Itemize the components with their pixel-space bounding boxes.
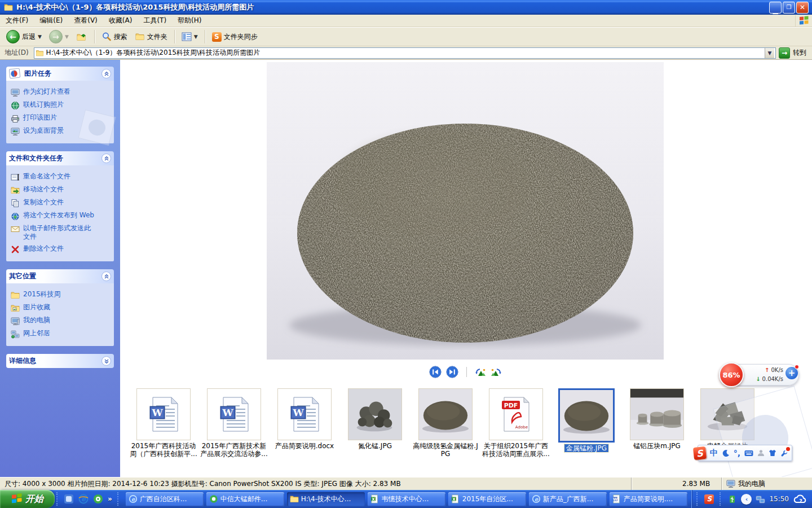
menu-file[interactable]: 文件(F) — [0, 14, 34, 27]
ime-toolbar[interactable]: S 中 °, — [698, 445, 792, 461]
search-icon — [102, 32, 112, 42]
panel-file-tasks: 文件和文件夹任务 重命名这个文件 移动这个文件 复制这个文件 — [6, 151, 114, 261]
taskbar-button-doc2[interactable]: X 2015年自治区... — [448, 492, 526, 506]
taskbar-button-ie2[interactable]: e 新产品_广西新... — [529, 492, 607, 506]
taskbar-button-explorer[interactable]: H:\4-技术中心... — [287, 492, 365, 506]
ime-mode-chinese[interactable]: 中 — [710, 448, 718, 458]
pictures-folder-icon — [11, 304, 20, 313]
up-button[interactable] — [73, 30, 90, 43]
task-copy-file[interactable]: 复制这个文件 — [10, 196, 112, 209]
panel-header-picture-tasks[interactable]: 图片任务 — [6, 67, 114, 81]
place-2015-tech-week[interactable]: 2015科技周 — [10, 288, 112, 301]
svg-text:e: e — [131, 496, 135, 502]
menu-view[interactable]: 查看(V) — [68, 14, 103, 27]
network-tray-icon[interactable] — [756, 494, 765, 504]
file-thumbnail-pdf[interactable]: 关于组织2015年广西科技活动周重点展示... — [481, 388, 551, 458]
word-file-icon — [219, 397, 249, 432]
task-publish-to-web[interactable]: 将这个文件发布到 Web — [10, 209, 112, 222]
photo-thumbnail — [560, 389, 613, 441]
my-computer-icon — [726, 479, 735, 488]
svg-text:e: e — [534, 496, 539, 502]
taskbar-button-word[interactable]: W 产品简要说明.... — [610, 492, 687, 506]
internet-explorer-icon[interactable]: e — [78, 494, 89, 504]
memory-percent-ball[interactable]: 86% — [719, 362, 744, 387]
chevron-down-icon[interactable] — [102, 356, 111, 366]
settings-wrench-icon[interactable] — [780, 449, 788, 457]
minimize-button[interactable]: ▁ — [769, 2, 782, 14]
menu-edit[interactable]: 编辑(E) — [34, 14, 68, 27]
file-thumbnail-image3[interactable]: 锰铝压块m.JPG — [622, 388, 692, 450]
rotate-clockwise-button[interactable] — [491, 367, 502, 377]
taskbar-button-ie1[interactable]: e 广西自治区科... — [126, 492, 204, 506]
panel-header-file-tasks[interactable]: 文件和文件夹任务 — [6, 151, 114, 165]
start-button[interactable]: 开始 — [0, 490, 55, 508]
back-dropdown-icon[interactable]: ▼ — [38, 34, 42, 40]
explorer-window: H:\4-技术中心\（1-9）各项科技活动\2015科技周\科技活动周所需图片 … — [0, 0, 812, 508]
sogou-logo-icon[interactable]: S — [693, 446, 707, 459]
taskbar-button-doc1[interactable]: X 韦憓技术中心... — [368, 492, 445, 506]
menu-favorites[interactable]: 收藏(A) — [103, 14, 138, 27]
search-button[interactable]: 搜索 — [99, 30, 130, 43]
go-button[interactable]: → — [779, 47, 790, 59]
next-image-button[interactable] — [446, 366, 458, 378]
panel-header-details[interactable]: 详细信息 — [6, 354, 114, 368]
back-button[interactable]: ← 后退 ▼ — [3, 29, 45, 45]
close-button[interactable]: ✕ — [796, 2, 809, 14]
task-email-file[interactable]: 以电子邮件形式发送此文件 — [10, 222, 112, 243]
menu-help[interactable]: 帮助(H) — [172, 14, 207, 27]
cloud-tray-icon[interactable]: ? — [793, 494, 807, 504]
rotate-counterclockwise-button[interactable] — [475, 367, 486, 377]
toolbar: ← 后退 ▼ → ▼ 搜索 文件夹 — [0, 28, 812, 46]
file-thumbnail-doc1[interactable]: 2015年广西科技活动周（广西科技创新平... — [129, 388, 198, 458]
chevron-up-icon[interactable] — [102, 69, 111, 78]
user-icon[interactable] — [757, 449, 765, 457]
place-my-computer[interactable]: 我的电脑 — [10, 314, 112, 327]
forward-icon: → — [49, 30, 63, 43]
chevron-up-icon[interactable] — [102, 154, 111, 163]
moon-icon[interactable] — [722, 449, 730, 457]
speed-overlay[interactable]: ↑0K/s ↓0.04K/s + 86% — [719, 362, 799, 387]
task-view-slideshow[interactable]: 作为幻灯片查看 — [10, 86, 112, 99]
restore-button[interactable]: ❐ — [783, 2, 795, 14]
copy-file-icon — [11, 199, 20, 208]
folders-button[interactable]: 文件夹 — [132, 31, 170, 43]
file-thumbnail-doc3[interactable]: 产品简要说明.docx — [270, 388, 339, 450]
folder-sync-button[interactable]: S 文件夹同步 — [209, 31, 261, 43]
file-thumbnail-image2[interactable]: 高纯级脱氢金属锰粉.JPG — [411, 388, 480, 458]
chevron-up-icon[interactable] — [102, 271, 111, 281]
task-buttons: e 广西自治区科... 中信大锰邮件... H:\4-技术中心... X 韦憓技… — [126, 492, 687, 506]
file-thumbnail-selected[interactable]: 金属锰粉.JPG — [551, 388, 621, 452]
place-my-pictures[interactable]: 图片收藏 — [10, 301, 112, 314]
clock[interactable]: 15:50 — [769, 495, 789, 503]
views-button[interactable]: ▼ — [179, 31, 201, 42]
task-move-file[interactable]: 移动这个文件 — [10, 183, 112, 196]
place-network[interactable]: 网上邻居 — [10, 327, 112, 340]
task-order-prints[interactable]: 联机订购照片 — [10, 99, 112, 112]
folder-icon — [3, 3, 14, 12]
quick-launch: e » — [60, 494, 116, 504]
sogou-tray-icon[interactable]: S — [704, 494, 714, 504]
task-rename-file[interactable]: 重命名这个文件 — [10, 170, 112, 183]
hide-icons-chevron[interactable]: ‹ — [741, 494, 752, 505]
ime-punctuation[interactable]: °, — [734, 449, 740, 458]
address-input[interactable]: H:\4-技术中心\（1-9）各项科技活动\2015科技周\科技活动周所需图片 … — [34, 47, 776, 59]
quick-launch-app-icon[interactable] — [64, 494, 74, 504]
quick-launch-overflow-icon[interactable]: » — [108, 495, 112, 503]
panel-header-other-places[interactable]: 其它位置 — [6, 269, 114, 283]
taskbar: 开始 e » e 广西自治区科... 中信大锰邮件... — [0, 490, 812, 508]
file-thumbnail-doc2[interactable]: 2015年广西新技术新产品展示交流活动参... — [199, 388, 269, 458]
previous-image-button[interactable] — [429, 366, 442, 378]
taskbar-button-mail[interactable]: 中信大锰邮件... — [206, 492, 284, 506]
forward-button[interactable]: → ▼ — [46, 29, 72, 45]
keyboard-icon[interactable] — [744, 450, 753, 457]
skin-icon[interactable] — [769, 449, 776, 457]
internet-explorer-icon: e — [532, 494, 541, 503]
network-places-icon — [11, 330, 20, 339]
task-delete-file[interactable]: 删除这个文件 — [10, 243, 112, 256]
usb-tray-icon[interactable] — [727, 494, 737, 504]
menu-tools[interactable]: 工具(T) — [138, 14, 172, 27]
file-thumbnail-image1[interactable]: 氮化锰.JPG — [340, 388, 410, 450]
address-dropdown-icon[interactable]: ▼ — [765, 48, 774, 58]
panel-details: 详细信息 — [6, 354, 114, 368]
browser-360-icon[interactable] — [93, 494, 103, 504]
